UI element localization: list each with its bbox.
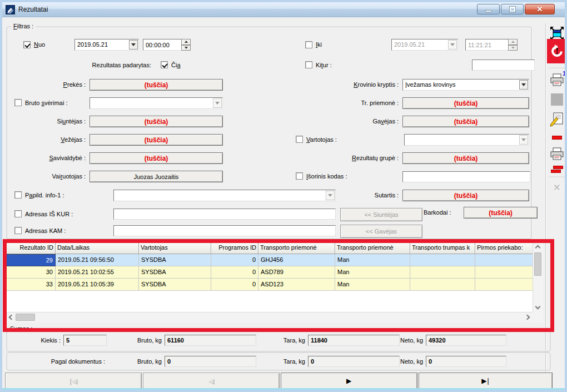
table-row[interactable]: 332019.05.21 10:05:39SYSDBA0ASD123Man	[6, 279, 533, 291]
sutartis-button[interactable]: (tuščia)	[402, 190, 529, 201]
close-button[interactable]: ✕	[525, 4, 555, 14]
nav-next-button[interactable]: ▶	[281, 373, 417, 389]
cell[interactable]: 0	[211, 266, 258, 279]
cell[interactable]: 2019.05.21 09:56:50	[56, 254, 139, 266]
print-button[interactable]	[547, 145, 567, 163]
vertical-scrollbar[interactable]	[533, 242, 543, 312]
isorinis-kodas-input[interactable]	[402, 171, 530, 182]
cia-checkbox[interactable]	[161, 61, 168, 68]
nuo-time-input[interactable]	[143, 39, 182, 51]
column-header-2[interactable]: Data/Laikas	[56, 242, 139, 254]
column-header-8[interactable]: Pirmos priekabo:	[475, 242, 533, 254]
barkodai-button[interactable]: (tuščia)	[464, 207, 538, 219]
scroll-right-button[interactable]	[523, 312, 533, 322]
nuo-checkbox[interactable]	[23, 41, 31, 48]
cell[interactable]: SYSDBA	[139, 266, 211, 279]
iki-checkbox[interactable]	[305, 41, 312, 48]
papild-info-checkbox[interactable]	[14, 191, 22, 199]
cell[interactable]: 29	[6, 254, 56, 266]
nuo-time-spinner[interactable]	[181, 39, 191, 51]
cell[interactable]: SYSDBA	[139, 254, 211, 266]
spin-up-icon[interactable]	[508, 39, 518, 45]
siuntejas-button[interactable]: (tuščia)	[89, 116, 223, 127]
vezejas-button[interactable]: (tuščia)	[89, 134, 223, 146]
cancel-button[interactable]: ✕	[547, 180, 567, 195]
cell[interactable]	[475, 279, 533, 291]
bruto-sverimai-checkbox[interactable]	[14, 99, 22, 106]
nav-prev-button[interactable]: ◀	[143, 373, 280, 389]
cell[interactable]	[410, 254, 475, 266]
edit-record-button[interactable]	[547, 110, 567, 129]
vartotojas-dropdown-button[interactable]	[519, 135, 528, 145]
cell[interactable]: 2019.05.21 10:05:39	[56, 279, 139, 291]
bruto-sverimai-dropdown-button[interactable]	[213, 98, 222, 108]
cell[interactable]: SYSDBA	[139, 279, 211, 291]
table-row[interactable]: 302019.05.21 10:02:55SYSDBA0ASD789Man	[6, 266, 533, 279]
papild-info-select[interactable]	[113, 190, 336, 201]
table-row[interactable]: 292019.05.21 09:56:50SYSDBA0GHJ456Man	[6, 254, 533, 266]
gavejas-copy-button[interactable]: << Gavėjas	[340, 225, 422, 238]
cell[interactable]: ASD123	[258, 279, 335, 291]
cell[interactable]	[475, 266, 533, 279]
nav-first-button[interactable]: |◀	[5, 373, 142, 389]
horizontal-scrollbar[interactable]	[6, 312, 533, 322]
cell[interactable]: GHJ456	[258, 254, 335, 266]
prekes-button[interactable]: (tuščia)	[89, 79, 223, 91]
column-header-5[interactable]: Transporto priemonė	[258, 242, 335, 254]
scroll-down-button[interactable]	[533, 302, 543, 312]
krovinio-kryptis-select[interactable]: Įvežamas krovinys	[402, 79, 529, 91]
scroll-up-button[interactable]	[533, 242, 543, 251]
adresas-is-kur-input[interactable]	[113, 209, 336, 220]
cell[interactable]: Man	[335, 279, 410, 291]
adresas-kam-checkbox[interactable]	[14, 227, 22, 234]
siuntejas-copy-button[interactable]: << Siuntėjas	[340, 208, 422, 221]
nuo-date-picker[interactable]: 2019.05.21	[74, 39, 139, 51]
cell[interactable]: Man	[335, 266, 410, 279]
spin-down-icon[interactable]	[508, 45, 518, 51]
cell[interactable]: 30	[6, 266, 56, 279]
delete-multiple-button[interactable]	[547, 165, 567, 175]
cell[interactable]: ASD789	[258, 266, 335, 279]
iki-time-input[interactable]	[465, 39, 509, 51]
nuo-date-dropdown-button[interactable]	[129, 40, 138, 49]
papild-info-dropdown-button[interactable]	[326, 191, 335, 200]
refresh-button[interactable]: !	[547, 39, 567, 63]
iki-time-spinner[interactable]	[508, 39, 518, 51]
column-header-3[interactable]: Vartotojas	[139, 242, 211, 254]
iki-date-dropdown-button[interactable]	[448, 40, 457, 49]
column-header-6[interactable]: Transporto priemonė	[335, 242, 410, 254]
adresas-kam-input[interactable]	[113, 225, 336, 236]
savivaldybe-button[interactable]: (tuščia)	[89, 152, 223, 164]
minimize-button[interactable]	[477, 4, 500, 14]
vartotojas-checkbox[interactable]	[296, 136, 303, 143]
cell[interactable]: 33	[6, 279, 56, 291]
kitur-input[interactable]	[472, 59, 535, 71]
vairuotojas-button[interactable]: Juozas Juozaitis	[89, 171, 223, 182]
disabled-square-button[interactable]	[547, 91, 567, 108]
spin-up-icon[interactable]	[181, 39, 191, 45]
cell[interactable]: 0	[211, 254, 258, 266]
print-preview-button[interactable]: 1	[547, 71, 567, 89]
cell[interactable]	[410, 279, 475, 291]
isorinis-kodas-checkbox[interactable]	[296, 172, 303, 180]
cell[interactable]	[410, 266, 475, 279]
column-header-1[interactable]: Rezultato ID	[6, 242, 56, 254]
vartotojas-select[interactable]	[404, 134, 529, 146]
column-header-7[interactable]: Transporto trumpas k	[410, 242, 475, 254]
scroll-left-button[interactable]	[6, 312, 15, 322]
cell[interactable]: Man	[335, 254, 410, 266]
vertical-scroll-thumb[interactable]	[534, 252, 541, 276]
cell[interactable]	[475, 254, 533, 266]
cell[interactable]: 0	[211, 279, 258, 291]
restore-button[interactable]	[501, 4, 524, 14]
krovinio-kryptis-dropdown-button[interactable]	[519, 80, 528, 90]
cell[interactable]: 2019.05.21 10:02:55	[56, 266, 139, 279]
adresas-is-kur-checkbox[interactable]	[14, 210, 22, 217]
tr-priemone-button[interactable]: (tuščia)	[402, 97, 529, 109]
nav-last-button[interactable]: ▶|	[419, 373, 553, 389]
delete-bar-button[interactable]	[547, 133, 567, 141]
column-header-4[interactable]: Programos ID	[211, 242, 258, 254]
rezultatu-grupe-button[interactable]: (tuščia)	[402, 152, 529, 164]
gavejas-button[interactable]: (tuščia)	[402, 116, 529, 127]
iki-date-picker[interactable]: 2019.05.21	[391, 39, 458, 51]
